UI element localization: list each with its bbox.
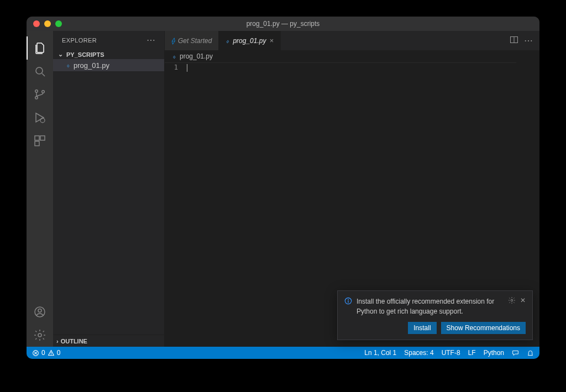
outline-section[interactable]: › OUTLINE (53, 335, 164, 347)
tab-bar: ⟠ Get Started ⬨ prog_01.py × ⋯ (165, 31, 539, 50)
line-gutter: 1 (165, 63, 186, 347)
editor-divider (165, 62, 516, 63)
app-window: prog_01.py — py_scripts (27, 17, 539, 359)
notification-close-button[interactable]: ✕ (520, 296, 526, 306)
sidebar-header: EXPLORER ⋯ (53, 31, 164, 50)
svg-rect-16 (348, 300, 348, 303)
window-controls (33, 20, 62, 27)
chevron-right-icon: › (56, 338, 59, 345)
svg-point-2 (35, 90, 38, 93)
sidebar-more-button[interactable]: ⋯ (146, 36, 155, 45)
status-encoding[interactable]: UTF-8 (442, 349, 460, 357)
search-activity[interactable] (27, 60, 53, 83)
bell-icon (527, 349, 534, 357)
status-notifications[interactable] (527, 349, 534, 357)
file-item[interactable]: ⬨ prog_01.py (53, 59, 164, 71)
python-file-icon: ⬨ (226, 38, 229, 44)
accounts-activity[interactable] (27, 300, 53, 324)
svg-point-10 (38, 309, 41, 312)
status-bar: 0 0 Ln 1, Col 1 Spaces: 4 UTF-8 LF Pytho… (27, 347, 539, 359)
settings-activity[interactable] (27, 324, 53, 347)
explorer-activity[interactable] (27, 36, 53, 60)
breadcrumb-file: prog_01.py (180, 52, 213, 60)
notification-message: Install the officially recommended exten… (357, 296, 504, 316)
notification-toast: Install the officially recommended exten… (337, 290, 533, 340)
project-name: PY_SCRIPTS (66, 51, 104, 58)
file-name: prog_01.py (74, 61, 109, 70)
status-cursor[interactable]: Ln 1, Col 1 (364, 349, 396, 357)
titlebar[interactable]: prog_01.py — py_scripts (27, 17, 539, 31)
svg-rect-6 (35, 136, 39, 140)
activity-bar (27, 31, 53, 347)
text-cursor (187, 64, 187, 72)
search-icon (33, 65, 46, 78)
tab-label: Get Started (178, 37, 212, 45)
breadcrumb[interactable]: ⬨ prog_01.py (165, 50, 539, 62)
svg-point-4 (42, 91, 45, 93)
tab-label: prog_01.py (233, 37, 266, 45)
warning-icon (48, 349, 55, 357)
gear-icon (33, 329, 46, 342)
editor-more-button[interactable]: ⋯ (524, 35, 533, 46)
minimize-window-button[interactable] (44, 20, 51, 27)
status-indent[interactable]: Spaces: 4 (404, 349, 433, 357)
svg-point-3 (35, 97, 38, 99)
python-file-icon: ⬨ (172, 53, 176, 60)
maximize-window-button[interactable] (55, 20, 62, 27)
feedback-icon (512, 349, 519, 357)
svg-point-0 (36, 67, 43, 74)
status-errors[interactable]: 0 0 (32, 349, 60, 357)
line-number: 1 (165, 63, 178, 71)
project-section[interactable]: ⌄ PY_SCRIPTS (53, 50, 164, 59)
svg-point-17 (511, 299, 513, 301)
branch-icon (33, 88, 46, 101)
sidebar: EXPLORER ⋯ ⌄ PY_SCRIPTS ⬨ prog_01.py › O… (53, 31, 165, 347)
play-bug-icon (33, 111, 46, 124)
account-icon (33, 305, 46, 319)
show-recommendations-button[interactable]: Show Recommendations (441, 322, 526, 334)
status-language[interactable]: Python (484, 349, 504, 357)
source-control-activity[interactable] (27, 83, 53, 106)
workbench-body: EXPLORER ⋯ ⌄ PY_SCRIPTS ⬨ prog_01.py › O… (27, 31, 539, 347)
python-file-icon: ⬨ (66, 62, 70, 68)
file-tree: ⬨ prog_01.py (53, 59, 164, 335)
close-window-button[interactable] (33, 20, 40, 27)
svg-rect-7 (40, 136, 45, 140)
vscode-icon: ⟠ (171, 37, 175, 45)
split-editor-button[interactable] (510, 35, 518, 46)
notification-settings-button[interactable] (508, 296, 516, 306)
extensions-icon (33, 134, 46, 147)
svg-point-22 (51, 354, 51, 354)
files-icon (33, 41, 46, 55)
tab-get-started[interactable]: ⟠ Get Started (165, 31, 219, 50)
tab-actions: ⋯ (510, 31, 539, 50)
error-count: 0 (41, 349, 45, 357)
info-icon (344, 297, 352, 306)
window-title: prog_01.py — py_scripts (27, 20, 539, 28)
outline-label: OUTLINE (61, 338, 87, 345)
error-icon (32, 349, 39, 357)
warning-count: 0 (57, 349, 61, 357)
svg-line-1 (42, 73, 45, 76)
editor-region: ⟠ Get Started ⬨ prog_01.py × ⋯ ⬨ prog_01 (165, 31, 539, 347)
svg-point-11 (38, 333, 41, 337)
svg-rect-8 (35, 141, 39, 146)
svg-point-5 (40, 118, 45, 123)
status-feedback[interactable] (512, 349, 519, 357)
extensions-activity[interactable] (27, 129, 53, 152)
tab-prog01[interactable]: ⬨ prog_01.py × (219, 31, 281, 50)
sidebar-title: EXPLORER (62, 37, 97, 44)
install-button[interactable]: Install (408, 322, 436, 334)
svg-point-15 (348, 299, 349, 300)
close-tab-icon[interactable]: × (269, 36, 274, 45)
chevron-down-icon: ⌄ (56, 51, 64, 58)
run-debug-activity[interactable] (27, 106, 53, 129)
status-eol[interactable]: LF (468, 349, 476, 357)
